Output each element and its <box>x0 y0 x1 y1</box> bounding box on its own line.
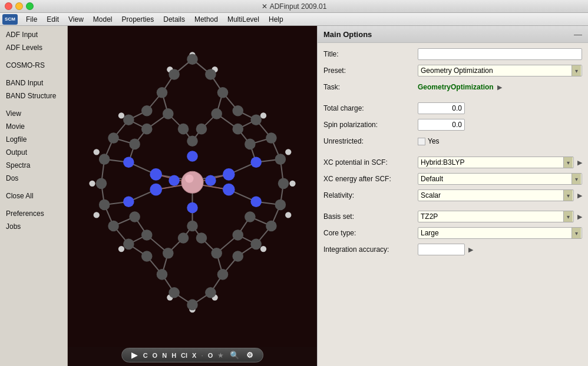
element-o[interactable]: O <box>153 352 158 359</box>
svg-point-134 <box>232 229 243 241</box>
element-n[interactable]: N <box>162 352 167 359</box>
menu-properties[interactable]: Properties <box>117 14 159 25</box>
svg-point-117 <box>217 269 229 280</box>
basis-set-expand-icon[interactable]: ▶ <box>577 213 582 221</box>
close-button[interactable] <box>5 2 12 10</box>
svg-point-106 <box>96 178 107 189</box>
maximize-button[interactable] <box>26 2 34 10</box>
sidebar-item-output[interactable]: Output <box>0 146 67 159</box>
svg-point-125 <box>178 124 189 135</box>
title-bar: ✕ ADFinput 2009.01 <box>0 0 588 13</box>
unrestricted-checkbox-wrap: Yes <box>418 137 440 145</box>
search-icon[interactable]: 🔍 <box>229 351 240 360</box>
menu-multilevel[interactable]: MultiLevel <box>223 14 264 25</box>
task-arrow-icon[interactable]: ▶ <box>497 84 502 91</box>
spin-polarization-input[interactable] <box>418 119 465 131</box>
element-dot[interactable]: O <box>208 352 213 359</box>
sidebar-item-adf-levels[interactable]: ADF Levels <box>0 41 67 54</box>
viewer-area: ▶ C O N H Cl X · O ★ 🔍 ⚙ <box>68 26 317 366</box>
form-area: Title: Preset: Geometry Optimization ▾ T… <box>318 43 588 264</box>
preset-row: Preset: Geometry Optimization ▾ <box>323 64 582 77</box>
element-x[interactable]: X <box>192 352 196 359</box>
element-h[interactable]: H <box>171 352 176 359</box>
sidebar-item-logfile[interactable]: Logfile <box>0 133 67 146</box>
xc-potential-select[interactable]: Hybrid:B3LYP <box>418 157 574 168</box>
svg-point-121 <box>163 108 174 119</box>
svg-point-143 <box>123 157 134 168</box>
sidebar-item-dos[interactable]: Dos <box>0 172 67 185</box>
relativity-label: Relativity: <box>323 191 418 199</box>
integration-accuracy-expand-icon[interactable]: ▶ <box>468 246 473 254</box>
svg-point-93 <box>187 54 198 65</box>
form-divider-3 <box>323 205 582 210</box>
sidebar-item-band-input[interactable]: BAND Input <box>0 76 67 89</box>
svg-point-116 <box>157 269 168 280</box>
relativity-expand-icon[interactable]: ▶ <box>577 192 582 199</box>
relativity-select[interactable]: Scalar <box>418 189 574 201</box>
menu-model[interactable]: Model <box>88 14 117 25</box>
xc-energy-select[interactable]: Default <box>418 173 582 185</box>
xc-potential-expand-icon[interactable]: ▶ <box>577 159 582 167</box>
svg-point-139 <box>150 168 162 181</box>
svg-point-152 <box>185 174 193 182</box>
sidebar-item-movie[interactable]: Movie <box>0 120 67 133</box>
sidebar-item-spectra[interactable]: Spectra <box>0 159 67 172</box>
preset-select[interactable]: Geometry Optimization <box>418 65 582 76</box>
integration-accuracy-input[interactable] <box>418 244 465 255</box>
svg-point-122 <box>211 108 222 119</box>
sidebar-item-jobs[interactable]: Jobs <box>0 220 67 233</box>
total-charge-row: Total charge: <box>323 102 582 115</box>
total-charge-label: Total charge: <box>323 104 418 112</box>
unrestricted-checkbox[interactable] <box>418 138 425 145</box>
sidebar-item-cosmo-rs[interactable]: COSMO-RS <box>0 59 67 72</box>
element-cl[interactable]: Cl <box>181 352 187 359</box>
sidebar-item-view[interactable]: View <box>0 107 67 120</box>
core-type-select[interactable]: Large <box>418 227 582 239</box>
svg-point-97 <box>217 87 229 98</box>
sidebar-item-adf-input[interactable]: ADF Input <box>0 28 67 41</box>
sidebar-item-preferences[interactable]: Preferences <box>0 207 67 220</box>
svg-point-124 <box>232 124 243 135</box>
menu-view[interactable]: View <box>64 14 88 25</box>
element-c[interactable]: C <box>143 352 148 359</box>
play-button[interactable]: ▶ <box>130 351 138 360</box>
form-divider-1 <box>323 97 582 102</box>
core-type-select-wrap: Large ▾ <box>418 227 582 239</box>
svg-point-86 <box>94 212 100 218</box>
panel-title: Main Options <box>323 30 372 39</box>
window-buttons <box>5 2 34 10</box>
svg-point-123 <box>141 124 153 135</box>
panel-header: Main Options — <box>318 26 588 43</box>
svg-point-101 <box>250 114 262 125</box>
svg-point-145 <box>123 196 134 207</box>
total-charge-input[interactable] <box>418 102 465 114</box>
molecule-svg <box>68 26 317 347</box>
menu-help[interactable]: Help <box>264 14 288 25</box>
sidebar-divider-1 <box>0 54 67 59</box>
svg-point-146 <box>250 196 262 207</box>
sidebar-item-band-structure[interactable]: BAND Structure <box>0 89 67 102</box>
xc-energy-row: XC energy after SCF: Default ▾ <box>323 172 582 185</box>
basis-set-select[interactable]: TZ2P <box>418 211 574 222</box>
sidebar-divider-5 <box>0 202 67 207</box>
menu-file[interactable]: File <box>21 14 42 25</box>
sidebar: ADF Input ADF Levels COSMO-RS BAND Input… <box>0 26 68 366</box>
svg-point-133 <box>141 229 153 241</box>
sidebar-item-close-all[interactable]: Close All <box>0 189 67 202</box>
svg-point-98 <box>141 105 153 117</box>
svg-point-81 <box>260 112 266 118</box>
svg-point-141 <box>150 184 162 196</box>
menu-bar: SCM File Edit View Model Properties Deta… <box>0 13 588 26</box>
svg-point-94 <box>169 69 180 80</box>
svg-point-128 <box>245 139 256 150</box>
gear-icon[interactable]: ⚙ <box>245 351 255 360</box>
molecule-canvas <box>68 26 317 347</box>
menu-details[interactable]: Details <box>158 14 190 25</box>
menu-method[interactable]: Method <box>190 14 223 25</box>
xc-potential-select-wrap: Hybrid:B3LYP ▾ <box>418 157 574 168</box>
svg-point-132 <box>245 211 256 222</box>
menu-edit[interactable]: Edit <box>42 14 64 25</box>
panel-collapse-button[interactable]: — <box>574 29 582 39</box>
title-input[interactable] <box>418 48 582 60</box>
minimize-button[interactable] <box>15 2 23 10</box>
